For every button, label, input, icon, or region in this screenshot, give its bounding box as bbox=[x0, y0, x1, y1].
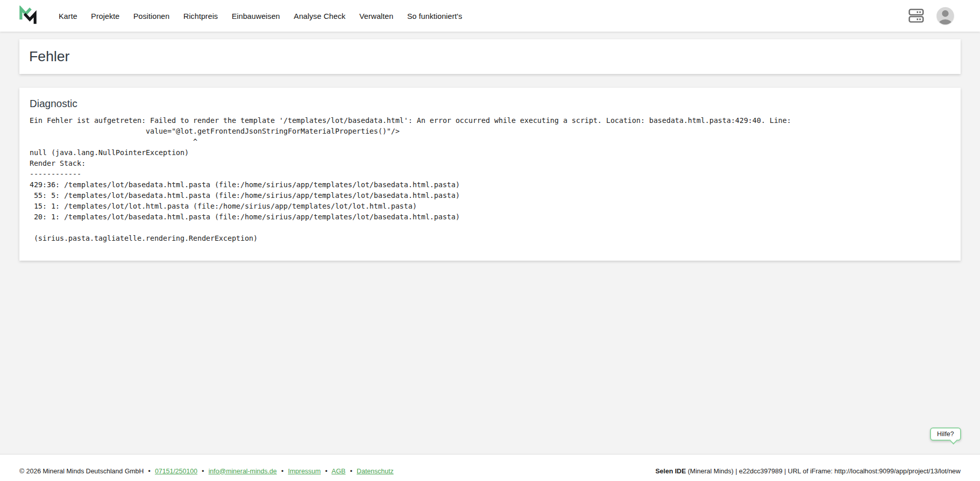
footer-separator: • bbox=[202, 467, 204, 475]
footer-separator: • bbox=[325, 467, 328, 475]
footer-left: © 2026 Mineral Minds Deutschland GmbH • … bbox=[19, 467, 394, 475]
nav-item-so-funktionierts[interactable]: So funktioniert's bbox=[407, 12, 462, 20]
diagnostic-stacktrace: Ein Fehler ist aufgetreten: Failed to re… bbox=[30, 115, 950, 244]
page-title: Fehler bbox=[19, 39, 961, 74]
footer: © 2026 Mineral Minds Deutschland GmbH • … bbox=[0, 454, 980, 481]
footer-datenschutz-link[interactable]: Datenschutz bbox=[357, 467, 394, 475]
mineral-minds-logo-icon bbox=[19, 6, 38, 26]
footer-agb-link[interactable]: AGB bbox=[332, 467, 346, 475]
nav-item-positionen[interactable]: Positionen bbox=[133, 12, 169, 20]
error-title-card: Fehler bbox=[19, 39, 961, 74]
footer-ide-name: Selen IDE bbox=[655, 467, 686, 475]
footer-separator: • bbox=[281, 467, 284, 475]
help-button[interactable]: Hilfe? bbox=[930, 427, 961, 441]
footer-separator: • bbox=[350, 467, 353, 475]
nav-item-richtpreis[interactable]: Richtpreis bbox=[183, 12, 218, 20]
nav-item-karte[interactable]: Karte bbox=[59, 12, 77, 20]
footer-iframe-info: (Mineral Minds) | e22dcc397989 | URL of … bbox=[686, 467, 961, 475]
diagnostic-card: Diagnostic Ein Fehler ist aufgetreten: F… bbox=[19, 88, 961, 261]
nav-item-analyse-check[interactable]: Analyse Check bbox=[294, 12, 346, 20]
navbar-right-icons bbox=[909, 7, 954, 24]
user-avatar-icon[interactable] bbox=[937, 7, 954, 24]
nav-item-einbauweisen[interactable]: Einbauweisen bbox=[232, 12, 280, 20]
footer-right: Selen IDE (Mineral Minds) | e22dcc397989… bbox=[655, 467, 961, 475]
brand-logo[interactable] bbox=[19, 6, 38, 26]
server-icon[interactable] bbox=[909, 9, 924, 23]
diagnostic-heading: Diagnostic bbox=[30, 97, 950, 110]
footer-impressum-link[interactable]: Impressum bbox=[288, 467, 321, 475]
footer-separator: • bbox=[148, 467, 151, 475]
top-navbar: Karte Projekte Positionen Richtpreis Ein… bbox=[0, 0, 980, 32]
footer-copyright: © 2026 Mineral Minds Deutschland GmbH bbox=[19, 467, 144, 475]
nav-item-projekte[interactable]: Projekte bbox=[91, 12, 119, 20]
footer-phone-link[interactable]: 07151/250100 bbox=[155, 467, 198, 475]
nav-item-verwalten[interactable]: Verwalten bbox=[359, 12, 394, 20]
footer-email-link[interactable]: info@mineral-minds.de bbox=[208, 467, 277, 475]
main-nav: Karte Projekte Positionen Richtpreis Ein… bbox=[59, 12, 462, 20]
